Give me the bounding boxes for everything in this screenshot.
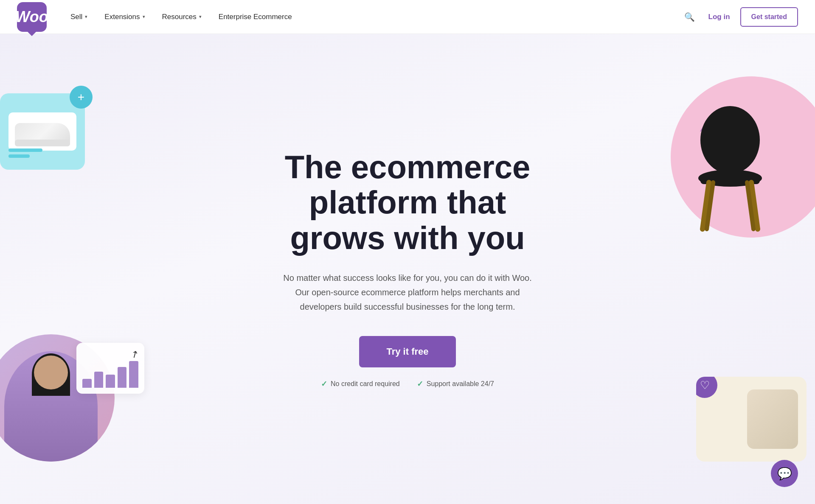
sneaker-image <box>15 117 70 146</box>
chat-bubble-button[interactable]: 💬 <box>771 460 798 487</box>
logo-box: Woo <box>17 2 47 32</box>
badge-label-2: Support available 24/7 <box>427 380 494 388</box>
login-link[interactable]: Log in <box>707 8 732 25</box>
badge-no-credit-card: ✓ No credit card required <box>321 379 400 389</box>
badge-label-1: No credit card required <box>331 380 400 388</box>
chart-bar-4 <box>118 367 127 388</box>
chair-decoration <box>679 102 781 238</box>
svg-point-1 <box>700 106 760 174</box>
search-button[interactable]: 🔍 <box>681 8 698 25</box>
chevron-down-icon: ▾ <box>85 14 87 20</box>
badge-support: ✓ Support available 24/7 <box>417 379 494 389</box>
chevron-down-icon: ▾ <box>199 14 202 20</box>
logo-text: Woo <box>15 9 48 25</box>
nav-resources[interactable]: Resources ▾ <box>155 8 208 25</box>
chart-bar-3 <box>106 375 115 388</box>
nav-enterprise[interactable]: Enterprise Ecommerce <box>212 8 299 25</box>
check-icon-2: ✓ <box>417 379 423 389</box>
nav-actions: 🔍 Log in Get started <box>681 7 798 27</box>
shoe-inner <box>8 112 76 151</box>
chart-bar-1 <box>82 379 92 388</box>
try-it-free-button[interactable]: Try it free <box>359 336 455 367</box>
chart-card-decoration: ↗ <box>76 343 144 394</box>
hero-section: + ↗ The ecommerce platform that grows wi… <box>0 34 815 504</box>
soap-item <box>747 389 798 449</box>
chart-bar-5 <box>129 361 138 388</box>
nav-sell[interactable]: Sell ▾ <box>64 8 94 25</box>
chart-bars <box>82 358 138 388</box>
shoe-lines <box>8 148 42 158</box>
main-nav: Woo Sell ▾ Extensions ▾ Resources ▾ Ente… <box>0 0 815 34</box>
nav-links: Sell ▾ Extensions ▾ Resources ▾ Enterpri… <box>64 8 681 25</box>
hero-badges: ✓ No credit card required ✓ Support avai… <box>263 379 552 389</box>
plus-circle: + <box>70 86 93 109</box>
hero-center: The ecommerce platform that grows with y… <box>255 149 560 389</box>
chart-bar-2 <box>94 372 104 388</box>
get-started-button[interactable]: Get started <box>740 7 798 27</box>
nav-extensions[interactable]: Extensions ▾ <box>98 8 152 25</box>
heart-badge: ♡ <box>696 377 717 398</box>
chat-icon: 💬 <box>777 467 792 481</box>
shoe-card-decoration: + <box>0 93 85 170</box>
check-icon-1: ✓ <box>321 379 327 389</box>
chevron-down-icon: ▾ <box>143 14 145 20</box>
woman-head <box>34 356 68 389</box>
shoe-line-2 <box>8 154 30 158</box>
hero-title: The ecommerce platform that grows with y… <box>263 149 552 256</box>
hero-subtitle: No matter what success looks like for yo… <box>276 271 539 314</box>
shoe-line-1 <box>8 148 42 152</box>
search-icon: 🔍 <box>684 12 695 22</box>
logo-link[interactable]: Woo <box>17 2 47 32</box>
soap-card-decoration: ♡ <box>696 377 807 462</box>
